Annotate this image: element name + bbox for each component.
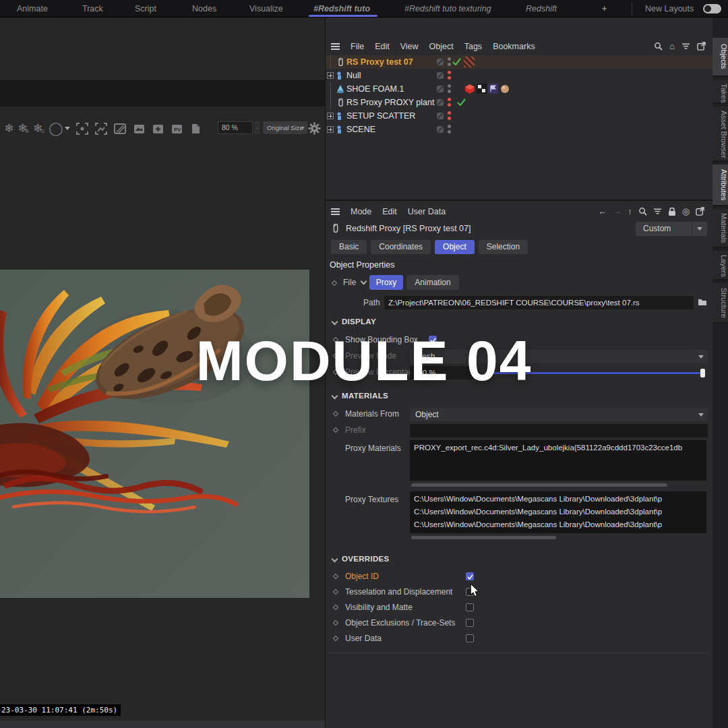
materials-from-dropdown[interactable]: Object bbox=[410, 408, 708, 421]
tab-selection[interactable]: Selection bbox=[479, 240, 528, 254]
tab-coordinates[interactable]: Coordinates bbox=[371, 240, 431, 254]
menu-nodes[interactable]: Nodes bbox=[192, 4, 216, 13]
overrides-section-header[interactable]: OVERRIDES bbox=[342, 555, 389, 563]
lock-icon[interactable] bbox=[668, 207, 676, 216]
preset-dropdown[interactable]: Custom bbox=[636, 222, 707, 236]
compare-wipe-icon[interactable] bbox=[113, 122, 127, 135]
attr-menu-mode[interactable]: Mode bbox=[351, 207, 371, 216]
object-row-rs-proxy-plant[interactable]: RS Proxy PROXY plant bbox=[326, 96, 713, 109]
image-icon[interactable] bbox=[132, 122, 146, 135]
proxy-textures-textarea[interactable]: C:\Users\Window\Documents\Megascans Libr… bbox=[410, 491, 706, 533]
open-new-window-icon[interactable] bbox=[697, 42, 706, 51]
focus-bracket-icon[interactable] bbox=[75, 122, 89, 135]
side-tab-takes[interactable]: Takes bbox=[712, 80, 728, 104]
om-menu-object[interactable]: Object bbox=[429, 42, 454, 51]
flag-tag-icon[interactable] bbox=[488, 84, 498, 94]
visibility-dots[interactable] bbox=[448, 84, 451, 95]
display-collapse-icon[interactable] bbox=[332, 319, 338, 326]
prefix-input[interactable] bbox=[410, 424, 708, 437]
side-tab-materials[interactable]: Materials bbox=[712, 209, 728, 248]
tab-basic[interactable]: Basic bbox=[331, 240, 367, 254]
om-menu-edit[interactable]: Edit bbox=[375, 42, 390, 51]
zoom-percent-field[interactable]: 80 % bbox=[218, 121, 253, 134]
proxy-materials-textarea[interactable]: PROXY_export_rec.c4d:Silver_Lady_ubolejk… bbox=[410, 440, 706, 481]
search-icon[interactable] bbox=[654, 42, 663, 51]
om-menu-bookmarks[interactable]: Bookmarks bbox=[493, 42, 535, 51]
side-tab-structure[interactable]: Structure bbox=[712, 283, 728, 324]
enable-toggle-icon[interactable] bbox=[437, 86, 444, 92]
visibility-dots[interactable] bbox=[448, 111, 451, 122]
om-menu-file[interactable]: File bbox=[351, 42, 364, 51]
tab-object[interactable]: Object bbox=[435, 240, 475, 254]
visibility-dots[interactable] bbox=[448, 125, 451, 135]
snapshot-icon[interactable]: ❄ bbox=[4, 123, 13, 134]
object-id-checkbox[interactable] bbox=[466, 572, 474, 580]
add-image-icon[interactable] bbox=[151, 122, 164, 135]
materials-collapse-icon[interactable] bbox=[332, 393, 338, 400]
layout-tab-redshift-tuto-texturing[interactable]: #Redshift tuto texturing bbox=[404, 4, 491, 13]
panel-menu-icon[interactable] bbox=[331, 43, 340, 51]
layout-tab-redshift-tuto[interactable]: #Redshift tuto bbox=[313, 4, 370, 13]
path-input[interactable]: Z:\Project\PATREON\06_REDSHIFT COURSE\CO… bbox=[384, 296, 694, 309]
texture-thumbnail[interactable] bbox=[464, 57, 475, 67]
filter-icon[interactable] bbox=[653, 208, 662, 215]
enable-toggle-icon[interactable] bbox=[437, 99, 444, 106]
browse-folder-icon[interactable] bbox=[698, 298, 707, 306]
user-data-checkbox[interactable] bbox=[466, 634, 474, 642]
redshift-material-tag-icon[interactable] bbox=[464, 84, 475, 94]
menu-script[interactable]: Script bbox=[135, 4, 156, 13]
object-row-setup-scatter[interactable]: SETUP SCATTER bbox=[326, 109, 713, 123]
display-section-header[interactable]: DISPLAY bbox=[342, 317, 376, 326]
attr-menu-user-data[interactable]: User Data bbox=[408, 207, 446, 216]
visibility-dots[interactable] bbox=[448, 98, 451, 109]
copy-file-icon[interactable] bbox=[189, 122, 202, 135]
file-tab-animation[interactable]: Animation bbox=[406, 275, 459, 290]
visibility-dots[interactable] bbox=[448, 57, 451, 68]
back-arrow-icon[interactable]: ← bbox=[598, 206, 607, 216]
om-menu-tags[interactable]: Tags bbox=[464, 42, 482, 51]
filter-icon[interactable] bbox=[681, 42, 690, 50]
attr-menu-edit[interactable]: Edit bbox=[382, 207, 397, 216]
menu-track[interactable]: Track bbox=[82, 4, 103, 13]
render-region-icon[interactable]: ◯ bbox=[49, 122, 63, 135]
menu-animate[interactable]: Animate bbox=[17, 4, 48, 13]
new-layouts-toggle[interactable] bbox=[703, 4, 721, 13]
open-new-window-icon[interactable] bbox=[696, 207, 704, 216]
side-tab-layers[interactable]: Layers bbox=[712, 251, 728, 280]
file-chevron-icon[interactable] bbox=[361, 278, 367, 285]
proxy-materials-hscrollbar[interactable] bbox=[411, 483, 667, 487]
object-row-rs-proxy-test-07[interactable]: RS Proxy test 07 bbox=[326, 55, 713, 69]
visibility-dots[interactable] bbox=[448, 71, 451, 82]
expand-icon[interactable] bbox=[327, 113, 334, 119]
layout-tab-redshift[interactable]: Redshift bbox=[526, 4, 557, 13]
expand-icon[interactable] bbox=[327, 126, 334, 133]
file-tab-proxy[interactable]: Proxy bbox=[369, 275, 403, 290]
object-exclusions-checkbox[interactable] bbox=[466, 619, 474, 627]
enable-toggle-icon[interactable] bbox=[437, 59, 444, 65]
panel-menu-icon[interactable] bbox=[331, 208, 340, 216]
texture-tag-icon[interactable] bbox=[499, 84, 510, 94]
home-icon[interactable]: ⌂ bbox=[669, 42, 675, 51]
object-row-null[interactable]: Null bbox=[326, 69, 713, 82]
expand-icon[interactable] bbox=[327, 72, 334, 79]
picture-viewer-icon[interactable]: PV bbox=[170, 122, 183, 135]
size-mode-dropdown[interactable]: Original Size bbox=[263, 121, 307, 134]
visibility-matte-checkbox[interactable] bbox=[466, 603, 474, 611]
om-menu-view[interactable]: View bbox=[400, 42, 419, 51]
enable-toggle-icon[interactable] bbox=[437, 126, 444, 133]
track-target-icon[interactable]: ◎ bbox=[682, 206, 690, 216]
search-icon[interactable] bbox=[638, 207, 647, 216]
enable-toggle-icon[interactable] bbox=[437, 72, 444, 79]
proxy-textures-hscrollbar[interactable] bbox=[411, 536, 556, 539]
side-tab-objects[interactable]: Objects bbox=[712, 38, 728, 77]
fit-image-icon[interactable] bbox=[94, 122, 108, 135]
add-layout-button[interactable]: + bbox=[602, 4, 607, 13]
file-group-label[interactable]: File bbox=[343, 278, 356, 287]
side-tab-asset-browser[interactable]: Asset Browser bbox=[712, 107, 728, 162]
side-tab-attributes[interactable]: Attributes bbox=[712, 164, 728, 206]
settings-gear-icon[interactable] bbox=[308, 122, 321, 135]
up-arrow-icon[interactable]: ↑ bbox=[628, 206, 632, 216]
overrides-collapse-icon[interactable] bbox=[332, 556, 338, 563]
menu-visualize[interactable]: Visualize bbox=[249, 4, 283, 13]
object-row-scene[interactable]: SCENE bbox=[326, 123, 713, 136]
